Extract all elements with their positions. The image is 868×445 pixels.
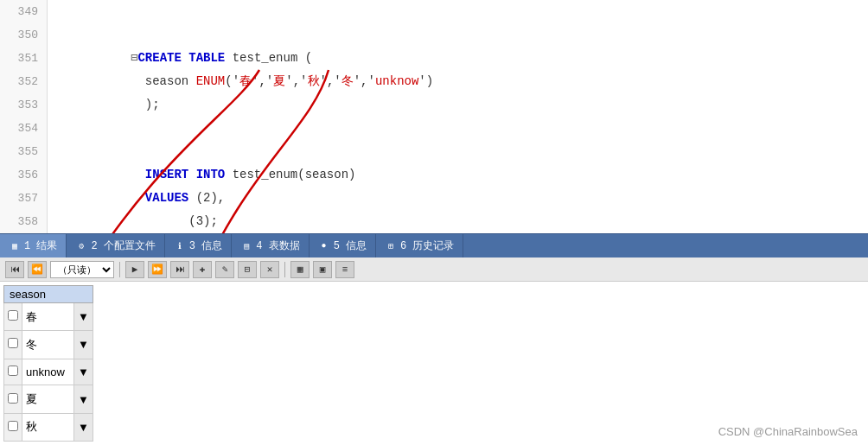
row-dropdown[interactable]: ▼ <box>74 385 93 413</box>
line-number: 355 <box>0 140 48 163</box>
line-number: 354 <box>0 117 48 140</box>
result-table: season 春 ▼ 冬 ▼ unknow ▼ 夏 ▼ 秋 ▼ <box>3 285 93 442</box>
toolbar-btn-grid[interactable]: ▦ <box>290 261 310 278</box>
tab-results-label: 1 结果 <box>24 238 57 253</box>
table-row: 秋 ▼ <box>4 413 93 441</box>
row-value: 秋 <box>22 413 74 441</box>
results-area: season 春 ▼ 冬 ▼ unknow ▼ 夏 ▼ 秋 ▼ <box>0 282 868 445</box>
enum-val5: unknow <box>375 74 418 88</box>
tab-info1-label: 3 信息 <box>189 238 222 253</box>
tab-history[interactable]: ⊞ 6 历史记录 <box>376 234 463 257</box>
row-dropdown[interactable]: ▼ <box>74 413 93 441</box>
tab-info2-label: 5 信息 <box>334 238 367 253</box>
row-value: unknow <box>22 359 74 385</box>
line-content: (3); <box>48 187 218 233</box>
readonly-select[interactable]: （只读） <box>50 261 114 278</box>
row-checkbox[interactable] <box>8 393 18 404</box>
line-number: 353 <box>0 93 48 117</box>
code-line: 354 <box>0 117 868 140</box>
line-number: 352 <box>0 70 48 93</box>
watermark: CSDN @ChinaRainbowSea <box>718 425 858 438</box>
toolbar-btn-b[interactable]: ⏩ <box>148 261 167 278</box>
tab-info1[interactable]: ℹ 3 信息 <box>165 234 232 257</box>
toolbar-row: ⏮ ⏪ （只读） ▶ ⏩ ⏭ ✚ ✎ ⊟ ✕ ▦ ▣ ≡ <box>0 257 868 282</box>
toolbar-btn-f[interactable]: ⊟ <box>238 261 257 278</box>
tab-config-icon: ⚙ <box>75 240 87 252</box>
row-dropdown[interactable]: ▼ <box>74 303 93 331</box>
separator1 <box>119 262 120 277</box>
line-number: 358 <box>0 210 48 233</box>
tab-info2[interactable]: ● 5 信息 <box>310 234 376 257</box>
enum-val3: 秋 <box>308 74 320 88</box>
toolbar-btn-e[interactable]: ✎ <box>215 261 234 278</box>
line-number: 357 <box>0 187 48 210</box>
code-editor: 349 350 351 ⊟CREATE TABLE test_enum ( 35… <box>0 0 868 233</box>
tab-tabledata[interactable]: ▤ 4 表数据 <box>232 234 309 257</box>
row-checkbox-cell[interactable] <box>4 413 22 441</box>
toolbar-btn-a[interactable]: ▶ <box>125 261 144 278</box>
row-dropdown[interactable]: ▼ <box>74 359 93 385</box>
row-value: 春 <box>22 303 74 331</box>
line-number: 356 <box>0 163 48 187</box>
code-line: 358 (3); <box>0 210 868 233</box>
separator2 <box>284 262 285 277</box>
tab-tabledata-icon: ▤ <box>240 240 252 252</box>
toolbar-btn-prev[interactable]: ⏪ <box>28 261 47 278</box>
toolbar-btn-d[interactable]: ✚ <box>193 261 212 278</box>
tab-results-icon: ▦ <box>9 240 21 252</box>
tab-config[interactable]: ⚙ 2 个配置文件 <box>67 234 164 257</box>
tabs-bar: ▦ 1 结果 ⚙ 2 个配置文件 ℹ 3 信息 ▤ 4 表数据 ● 5 信息 ⊞… <box>0 233 868 257</box>
toolbar-btn-g[interactable]: ✕ <box>260 261 279 278</box>
toolbar-btn-form[interactable]: ▣ <box>313 261 332 278</box>
keyword-enum: ENUM <box>196 74 226 88</box>
line-number: 350 <box>0 23 48 47</box>
code-lines: 349 350 351 ⊟CREATE TABLE test_enum ( 35… <box>0 0 868 233</box>
line-number: 349 <box>0 0 48 23</box>
row-value: 夏 <box>22 385 74 413</box>
enum-val4: 冬 <box>341 74 354 88</box>
tab-info1-icon: ℹ <box>174 240 186 252</box>
row-dropdown[interactable]: ▼ <box>74 331 93 359</box>
toolbar-btn-first[interactable]: ⏮ <box>5 261 24 278</box>
tab-history-icon: ⊞ <box>385 240 397 252</box>
enum-val1: 春 <box>239 74 252 88</box>
table-row: 夏 ▼ <box>4 385 93 413</box>
toolbar-btn-c[interactable]: ⏭ <box>170 261 189 278</box>
row-value: 冬 <box>22 331 74 359</box>
row-checkbox[interactable] <box>8 366 18 376</box>
row-checkbox-cell[interactable] <box>4 385 22 413</box>
table-row: unknow ▼ <box>4 359 93 385</box>
tab-info2-icon: ● <box>318 240 330 252</box>
line-number: 351 <box>0 47 48 70</box>
row-checkbox[interactable] <box>8 310 18 321</box>
code-line: 349 <box>0 0 868 23</box>
row-checkbox-cell[interactable] <box>4 303 22 331</box>
tab-tabledata-label: 4 表数据 <box>256 238 299 253</box>
toolbar-btn-text[interactable]: ≡ <box>335 261 354 278</box>
tab-results[interactable]: ▦ 1 结果 <box>0 234 67 257</box>
code-line: 353 ); <box>0 93 868 117</box>
row-checkbox-cell[interactable] <box>4 359 22 385</box>
row-checkbox[interactable] <box>8 421 18 431</box>
results-header: season <box>4 286 93 303</box>
row-checkbox[interactable] <box>8 338 18 348</box>
tab-config-label: 2 个配置文件 <box>91 238 155 253</box>
paren-open: (' <box>225 74 239 88</box>
enum-val2: 夏 <box>273 74 285 88</box>
page-wrapper: 349 350 351 ⊟CREATE TABLE test_enum ( 35… <box>0 0 868 445</box>
tab-history-label: 6 历史记录 <box>400 238 454 253</box>
table-row: 春 ▼ <box>4 303 93 331</box>
row-checkbox-cell[interactable] <box>4 331 22 359</box>
table-row: 冬 ▼ <box>4 331 93 359</box>
